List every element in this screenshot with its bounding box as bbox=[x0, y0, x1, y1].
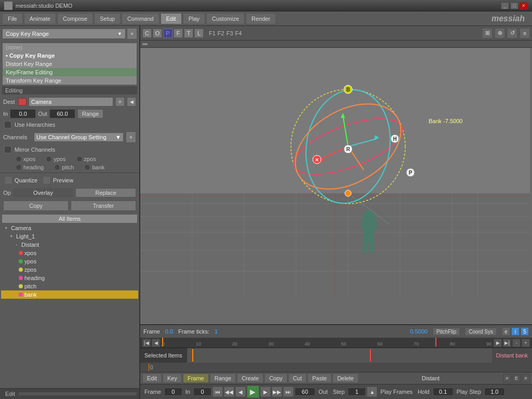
preview-btn[interactable]: Preview bbox=[43, 176, 73, 184]
play-next-frame-btn[interactable]: ▶ bbox=[260, 387, 271, 397]
tree-heading[interactable]: heading bbox=[1, 274, 138, 282]
out-value[interactable] bbox=[49, 109, 75, 118]
toolbar-letter-t[interactable]: T bbox=[184, 29, 193, 38]
fkey-f3[interactable]: F3 bbox=[227, 30, 233, 36]
frame-play-value[interactable] bbox=[164, 388, 182, 396]
dest-settings-btn[interactable]: ≡ bbox=[115, 97, 125, 107]
viewport-orbit-btn[interactable]: ⊕ bbox=[495, 28, 505, 38]
menu-animate[interactable]: Animate bbox=[24, 13, 56, 24]
coord-sys-btn[interactable]: Coord Sys bbox=[465, 328, 497, 336]
edit-tool-paste[interactable]: Paste bbox=[308, 374, 331, 383]
edit-tool-copy[interactable]: Copy bbox=[264, 374, 287, 383]
ruler-next-btn[interactable]: ▶ bbox=[494, 339, 502, 347]
ruler-end-btn[interactable]: ▶| bbox=[503, 339, 511, 347]
quantize-btn[interactable]: Quantize bbox=[4, 176, 37, 184]
fkey-f4[interactable]: F4 bbox=[235, 30, 242, 36]
ruler-start-btn[interactable]: |◀ bbox=[142, 339, 151, 347]
toolbar-letter-o[interactable]: O bbox=[153, 29, 162, 38]
viewport[interactable]: B H R P ✕ Bank -7.5000 bbox=[140, 48, 532, 324]
fkey-f1[interactable]: F1 bbox=[209, 30, 216, 36]
fkey-f2[interactable]: F2 bbox=[218, 30, 224, 36]
play-to-end-btn[interactable]: ⏭ bbox=[283, 387, 294, 397]
viewport-menu-btn[interactable]: ≡ bbox=[520, 28, 530, 38]
use-hierarchies-checkbox[interactable] bbox=[4, 121, 11, 128]
ruler-zoom-out-btn[interactable]: - bbox=[512, 339, 521, 347]
hold-value[interactable] bbox=[433, 388, 454, 396]
i-mode-btn[interactable]: i bbox=[511, 327, 520, 336]
replace-btn[interactable]: Replace bbox=[75, 188, 136, 197]
menu-render[interactable]: Render bbox=[246, 13, 276, 24]
in-play-value[interactable] bbox=[193, 388, 211, 396]
toolbar-letter-c[interactable]: C bbox=[142, 29, 152, 38]
range-button[interactable]: Range bbox=[77, 109, 103, 118]
step-up-btn[interactable]: ▲ bbox=[367, 387, 377, 397]
dropdown-extra-btn[interactable]: ≡ bbox=[127, 28, 137, 39]
pitch-check[interactable]: pitch bbox=[54, 164, 74, 170]
play-next-btn[interactable]: ▶▶ bbox=[272, 387, 282, 397]
step-value[interactable] bbox=[348, 388, 366, 396]
edit-scrollbar[interactable] bbox=[18, 392, 137, 396]
channel-group-btn[interactable]: ≡ bbox=[126, 131, 136, 143]
toolbar-letter-l[interactable]: L bbox=[194, 29, 204, 38]
minimize-button[interactable]: _ bbox=[501, 2, 509, 9]
edit-nav-btn[interactable]: ≡ bbox=[503, 374, 511, 382]
tree-pitch[interactable]: pitch bbox=[1, 282, 138, 290]
edit-tool-key[interactable]: Key bbox=[163, 374, 182, 383]
in-value[interactable] bbox=[10, 109, 36, 118]
e-mode-btn[interactable]: e bbox=[502, 327, 510, 336]
play-step-value[interactable] bbox=[484, 388, 505, 396]
viewport-grid-btn[interactable]: ⊞ bbox=[482, 28, 493, 38]
menu-option-none[interactable]: (none) bbox=[3, 43, 137, 51]
tree-camera[interactable]: + Camera bbox=[1, 224, 138, 232]
tree-ypos[interactable]: ypos bbox=[1, 257, 138, 265]
heading-check[interactable]: heading bbox=[16, 164, 44, 170]
edit-e-btn[interactable]: E bbox=[512, 374, 521, 382]
tree-distant[interactable]: - Distant bbox=[1, 241, 138, 249]
play-to-start-btn[interactable]: ⏮ bbox=[212, 387, 223, 397]
play-prev-btn[interactable]: ◀◀ bbox=[224, 387, 234, 397]
toolbar-letter-p[interactable]: P bbox=[163, 29, 172, 38]
dest-dropdown[interactable]: Camera bbox=[29, 97, 113, 107]
edit-tool-edit[interactable]: Edit bbox=[142, 374, 162, 383]
xpos-check[interactable]: xpos bbox=[16, 156, 35, 162]
close-button[interactable]: ✕ bbox=[520, 2, 528, 9]
mirror-channels-checkbox[interactable] bbox=[4, 146, 11, 153]
menu-setup[interactable]: Setup bbox=[94, 13, 121, 24]
dest-extra-btn[interactable]: ◀ bbox=[127, 97, 136, 107]
edit-tool-range[interactable]: Range bbox=[210, 374, 236, 383]
edit-tool-cut[interactable]: Cut bbox=[288, 374, 307, 383]
menu-option-distort[interactable]: Distort Key Range bbox=[3, 60, 137, 68]
edit-tool-frame[interactable]: Frame bbox=[183, 374, 209, 383]
ypos-check[interactable]: ypos bbox=[46, 156, 65, 162]
maximize-button[interactable]: □ bbox=[510, 2, 518, 9]
edit-tool-delete[interactable]: Delete bbox=[332, 374, 358, 383]
tree-zpos[interactable]: zpos bbox=[1, 265, 138, 274]
menu-edit[interactable]: Edit bbox=[161, 13, 182, 24]
ruler-marks[interactable]: 0 10 20 30 40 50 60 70 80 90 bbox=[162, 338, 491, 348]
play-btn[interactable]: ▶ bbox=[247, 385, 259, 398]
menu-option-copy-key-range[interactable]: • Copy Key Range bbox=[3, 51, 137, 60]
tree-light1[interactable]: + Light_1 bbox=[1, 232, 138, 241]
bank-check[interactable]: bank bbox=[84, 164, 104, 170]
play-prev-frame-btn[interactable]: ◀ bbox=[235, 387, 246, 397]
ruler-zoom-in-btn[interactable]: + bbox=[522, 339, 530, 347]
edit-extra-btn[interactable]: ≡ bbox=[522, 374, 530, 382]
menu-play[interactable]: Play bbox=[183, 13, 205, 24]
copy-btn[interactable]: Copy bbox=[3, 201, 69, 211]
tree-xpos[interactable]: xpos bbox=[1, 249, 138, 257]
menu-option-keyframe[interactable]: Key/Frame Editing bbox=[3, 68, 137, 76]
menu-customize[interactable]: Customize bbox=[206, 13, 245, 24]
overlay-btn[interactable]: Overlay bbox=[13, 188, 74, 197]
channel-group-dropdown[interactable]: Use Channel Group Setting ▼ bbox=[34, 132, 124, 142]
tree-bank[interactable]: bank bbox=[1, 290, 138, 299]
zpos-check[interactable]: zpos bbox=[76, 156, 96, 162]
menu-compose[interactable]: Compose bbox=[57, 13, 93, 24]
edit-tool-create[interactable]: Create bbox=[237, 374, 263, 383]
selected-items-track[interactable] bbox=[187, 348, 492, 363]
tree-view[interactable]: + Camera + Light_1 - Distant xpos bbox=[0, 223, 139, 388]
5-mode-btn[interactable]: 5 bbox=[521, 327, 529, 336]
key-range-dropdown[interactable]: Copy Key Range ▼ bbox=[2, 29, 126, 39]
menu-file[interactable]: File bbox=[2, 13, 23, 24]
viewport-undo-btn[interactable]: ↺ bbox=[507, 28, 517, 38]
toolbar-letter-f[interactable]: F bbox=[174, 29, 183, 38]
